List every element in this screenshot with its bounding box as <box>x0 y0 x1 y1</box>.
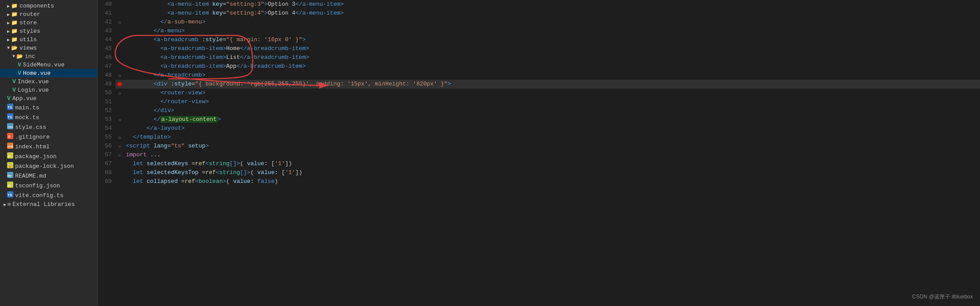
ts-file-icon: TS <box>7 113 13 121</box>
gutter: ◇ <box>115 18 124 27</box>
code-line: 57 ◇ import ... <box>98 151 980 159</box>
sidebar-label: Login.vue <box>18 87 49 93</box>
sidebar-label: mock.ts <box>15 114 39 121</box>
sidebar-item-gitignore[interactable]: G .gitignore <box>0 132 97 142</box>
sidebar-item-login[interactable]: V Login.vue <box>0 86 97 94</box>
svg-text:JS: JS <box>8 155 11 158</box>
code-content: import ... <box>124 151 980 159</box>
code-content: </template> <box>124 133 980 142</box>
line-number: 57 <box>98 151 115 159</box>
sidebar-item-vite-config[interactable]: TS vite.config.ts <box>0 190 97 200</box>
code-content: <script lang="ts" setup> <box>124 142 980 151</box>
sidebar-item-mock-ts[interactable]: TS mock.ts <box>0 112 97 122</box>
line-number: 47 <box>98 62 115 71</box>
sidebar-label: utils <box>20 36 37 43</box>
sidebar-item-external-libraries[interactable]: ▶ ⊞ External Libraries <box>0 200 97 209</box>
sidebar-item-main-ts[interactable]: TS main.ts <box>0 103 97 112</box>
sidebar-item-readme[interactable]: MD README.md <box>0 171 97 181</box>
sidebar-label: .gitignore <box>15 134 50 140</box>
css-file-icon: CSS <box>7 123 13 131</box>
code-line: 40 <a-menu-item key="setting:3">Option 3… <box>98 0 980 9</box>
sidebar-item-sidemenu[interactable]: V SideMenu.vue <box>0 61 97 69</box>
folder-icon: 📁 <box>11 36 18 43</box>
sidebar-item-components[interactable]: ▶ 📁 components <box>0 2 97 10</box>
folder-icon: 📁 <box>11 19 18 26</box>
sidebar-label: package-lock.json <box>15 163 74 170</box>
gutter <box>115 9 124 18</box>
code-content: </a-sub-menu> <box>124 18 980 27</box>
chevron-icon: ▶ <box>7 37 10 43</box>
sidebar-item-package-json[interactable]: JS package.json <box>0 151 97 161</box>
gutter <box>115 53 124 62</box>
folder-open-icon: 📂 <box>16 53 23 60</box>
chevron-icon: ▶ <box>7 12 10 17</box>
sidebar-item-app[interactable]: V App.vue <box>0 94 97 103</box>
svg-text:CSS: CSS <box>8 126 13 128</box>
sidebar-item-tsconfig[interactable]: JS tsconfig.json <box>0 181 97 190</box>
sidebar-item-index[interactable]: V Index.vue <box>0 77 97 86</box>
code-line: 68 let selectedKeysTop =ref<string[]>( v… <box>98 168 980 177</box>
sidebar-label: router <box>20 11 40 18</box>
sidebar-item-package-lock[interactable]: 🔒 package-lock.json <box>0 161 97 171</box>
git-file-icon: G <box>7 133 13 141</box>
line-number: 49 <box>98 80 115 89</box>
vue-file-icon: V <box>12 87 16 93</box>
sidebar-item-store[interactable]: ▶ 📁 store <box>0 19 97 27</box>
code-content: </a-menu> <box>124 27 980 35</box>
ts-file-icon: TS <box>7 104 13 112</box>
line-number: 53 <box>98 115 115 124</box>
svg-text:MD: MD <box>8 174 12 177</box>
sidebar-label: views <box>20 45 37 51</box>
sidebar-item-style-css[interactable]: CSS style.css <box>0 122 97 132</box>
line-number: 45 <box>98 44 115 53</box>
gutter: ◇ <box>115 71 124 80</box>
code-line: 46 <a-breadcrumb-item>List</a-breadcrumb… <box>98 53 980 62</box>
code-content: </router-view> <box>124 97 980 106</box>
code-line: 42 ◇ </a-sub-menu> <box>98 18 980 27</box>
chevron-icon: ▶ <box>7 20 10 26</box>
sidebar-label: components <box>20 3 54 9</box>
code-line: 44 <a-breadcrumb :style="{ margin: '16px… <box>98 35 980 44</box>
sidebar-item-inc[interactable]: ▼ 📂 inc <box>0 52 97 61</box>
sidebar-item-utils[interactable]: ▶ 📁 utils <box>0 35 97 44</box>
gutter <box>115 0 124 9</box>
sidebar-item-views[interactable]: ▼ 📂 views <box>0 44 97 52</box>
gutter-breakpoint <box>115 80 124 89</box>
sidebar-label: Index.vue <box>18 78 49 85</box>
line-number: 48 <box>98 71 115 80</box>
sidebar-item-index-html[interactable]: HTML index.html <box>0 142 97 151</box>
svg-text:🔒: 🔒 <box>8 163 12 168</box>
sidebar-label: inc <box>25 53 35 60</box>
code-content: <a-breadcrumb :style="{ margin: '16px 0'… <box>124 35 980 44</box>
code-content: </div> <box>124 106 980 115</box>
sidebar-item-styles[interactable]: ▶ 📁 styles <box>0 27 97 35</box>
gutter: ◇ <box>115 115 124 124</box>
code-content: <div :style="{ background: 'rgb(255,255,… <box>124 80 980 89</box>
chevron-icon: ▶ <box>7 4 10 9</box>
code-line: 55 ◇ </template> <box>98 133 980 142</box>
svg-text:TS: TS <box>8 105 12 109</box>
line-number: 51 <box>98 97 115 106</box>
line-number: 43 <box>98 27 115 35</box>
sidebar-label: package.json <box>15 153 57 160</box>
file-tree[interactable]: ▶ 📁 components ▶ 📁 router ▶ 📁 store ▶ 📁 … <box>0 0 98 306</box>
code-line: 50 ◇ <router-view> <box>98 89 980 97</box>
folder-icon: 📁 <box>11 11 18 18</box>
sidebar-item-home[interactable]: V Home.vue <box>0 69 97 77</box>
line-number: 42 <box>98 18 115 27</box>
code-content: let collapsed =ref<boolean>( value: fals… <box>124 177 980 186</box>
sidebar-label: style.css <box>15 124 46 131</box>
code-line: 54 </a-layout> <box>98 124 980 133</box>
watermark: CSDN @蓝匣子 itbluebox <box>912 293 973 301</box>
md-file-icon: MD <box>7 172 13 180</box>
line-number: 68 <box>98 168 115 177</box>
gutter <box>115 62 124 71</box>
sidebar-label: styles <box>20 28 40 35</box>
code-line: 52 </div> <box>98 106 980 115</box>
line-number: 46 <box>98 53 115 62</box>
code-content: <a-breadcrumb-item>List</a-breadcrumb-it… <box>124 53 980 62</box>
sidebar-item-router[interactable]: ▶ 📁 router <box>0 10 97 19</box>
gutter <box>115 106 124 115</box>
sidebar-label: vite.config.ts <box>15 192 63 199</box>
folder-icon: 📁 <box>11 28 18 35</box>
